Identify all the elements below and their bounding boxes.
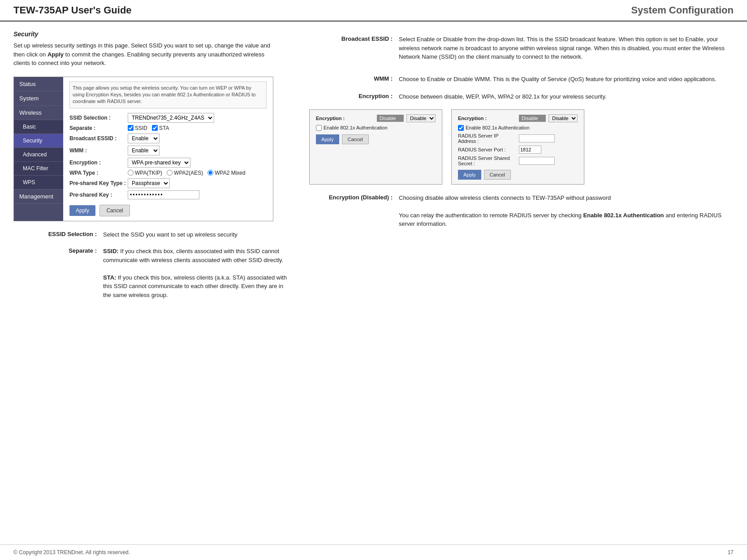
- wpa-tkip-item[interactable]: WPA(TKIP): [128, 170, 162, 176]
- separate-row: Separate : SSID STA: [69, 125, 267, 131]
- radius-ip-input[interactable]: [519, 134, 555, 142]
- copyright-text: © Copyright 2013 TRENDnet. All rights re…: [13, 549, 130, 556]
- separate-desc: Separate : SSID: If you check this box, …: [18, 247, 291, 299]
- separate-sta-label: STA: [159, 125, 169, 131]
- enc-left-btn-row: Apply Cancel: [316, 134, 436, 144]
- enc-disabled-text: Choosing disable allow wireless clients …: [399, 194, 734, 228]
- preshared-key-control[interactable]: [128, 190, 267, 199]
- enc-left-row: Encryption : Disable Disable WEP WPA WPA…: [316, 114, 436, 122]
- separate-control: SSID STA: [128, 125, 267, 131]
- ssid-selection-label: SSID Selection :: [69, 115, 128, 121]
- separate-sta-checkbox[interactable]: [152, 125, 158, 131]
- wpa-aes-radio[interactable]: [167, 170, 173, 176]
- form-cancel-button[interactable]: Cancel: [99, 205, 130, 216]
- wmm-label: WMM :: [69, 147, 128, 154]
- enc-right-auth-checkbox[interactable]: [458, 125, 464, 131]
- essid-selection-desc-label: ESSID Selection :: [18, 230, 103, 237]
- panel-description: This page allows you setup the wireless …: [69, 82, 267, 108]
- preshared-key-type-dropdown[interactable]: Passphrase Hex: [128, 178, 170, 188]
- wmm-dropdown[interactable]: Enable Disable: [128, 146, 160, 155]
- enc-disabled-desc: Encryption (Disabled) : Choosing disable…: [309, 194, 734, 228]
- broadcast-essid-label: Broadcast ESSID :: [69, 135, 128, 142]
- ssid-desc-section: ESSID Selection : Select the SSID you wa…: [13, 230, 291, 300]
- encryption-dropdown[interactable]: WPA pre-shared key Disable WEP WPA2: [128, 158, 190, 168]
- ssid-selection-dropdown[interactable]: TRENDnet735_2.4GHz_Z4AS: [128, 113, 214, 123]
- right-column: Broadcast ESSID : Select Enable or Disab…: [300, 30, 734, 307]
- separate-label: Separate :: [69, 125, 128, 131]
- enc-left-auth-label: Enable 802.1x Authentication: [324, 125, 388, 130]
- separate-ssid-item[interactable]: SSID: [128, 125, 147, 131]
- separate-ssid-checkbox[interactable]: [128, 125, 134, 131]
- radius-port-input[interactable]: [519, 146, 541, 154]
- enc-disabled-text2-before: You can relay the authentication to remo…: [399, 212, 583, 219]
- enc-right-dropdown[interactable]: Disable WEP WPA: [548, 114, 578, 122]
- wmm-desc-text: Choose to Enable or Disable WMM. This is…: [399, 75, 734, 84]
- preshared-key-input[interactable]: [128, 190, 199, 199]
- enc-left-apply-button[interactable]: Apply: [316, 134, 339, 144]
- sidebar-item-advanced[interactable]: Advanced: [14, 148, 63, 162]
- broadcast-essid-desc-label: Broadcast ESSID :: [309, 35, 399, 42]
- wmm-control[interactable]: Enable Disable: [128, 146, 267, 155]
- enc-box-left: Encryption : Disable Disable WEP WPA WPA…: [309, 109, 442, 185]
- enc-right-apply-button[interactable]: Apply: [458, 170, 481, 180]
- enc-box-right: Encryption : Disable Disable WEP WPA Ena…: [451, 109, 584, 185]
- ssid-selection-control[interactable]: TRENDnet735_2.4GHz_Z4AS: [128, 113, 267, 123]
- encryption-desc-label: Encryption :: [309, 92, 399, 99]
- wmm-desc: WMM : Choose to Enable or Disable WMM. T…: [309, 75, 734, 84]
- encryption-label: Encryption :: [69, 159, 128, 166]
- preshared-key-row: Pre-shared Key :: [69, 190, 267, 199]
- intro-apply-bold: Apply: [47, 51, 64, 58]
- sidebar-item-status[interactable]: Status: [14, 77, 63, 91]
- sidebar-item-basic[interactable]: Basic: [14, 120, 63, 134]
- enc-left-cancel-button[interactable]: Cancel: [342, 134, 369, 144]
- wpa-type-control: WPA(TKIP) WPA2(AES) WPA2 Mixed: [128, 170, 267, 176]
- broadcast-essid-dropdown[interactable]: Enable Disable: [128, 134, 160, 143]
- form-button-row: Apply Cancel: [69, 205, 267, 216]
- wpa-type-row: WPA Type : WPA(TKIP) WPA2(AES): [69, 170, 267, 176]
- main-content: Security Set up wireless security settin…: [0, 22, 747, 316]
- sidebar-item-security[interactable]: Security: [14, 134, 63, 148]
- enc-right-cancel-button[interactable]: Cancel: [484, 170, 511, 180]
- essid-selection-desc-text: Select the SSID you want to set up wirel…: [103, 230, 291, 239]
- enc-left-label: Encryption :: [316, 116, 374, 121]
- sidebar-item-management[interactable]: Management: [14, 190, 63, 204]
- radius-secret-label: RADIUS Server Shared Secret :: [458, 155, 516, 166]
- intro-paragraph: Set up wireless security settings in thi…: [13, 41, 273, 68]
- enc-left-dropdown[interactable]: Disable WEP WPA WPA2: [406, 114, 436, 122]
- enc-right-value: Disable: [519, 115, 546, 122]
- wpa-mixed-radio[interactable]: [207, 170, 213, 176]
- enc-disabled-text1: Choosing disable allow wireless clients …: [399, 194, 611, 201]
- page-number: 17: [728, 549, 734, 556]
- router-ui-mockup: Status System Wireless Basic Security Ad…: [13, 77, 273, 221]
- broadcast-essid-control[interactable]: Enable Disable: [128, 134, 267, 143]
- separate-sta-item[interactable]: STA: [152, 125, 169, 131]
- radius-secret-row: RADIUS Server Shared Secret :: [458, 155, 578, 166]
- separate-desc-text: SSID: If you check this box, clients ass…: [103, 247, 291, 299]
- encryption-control[interactable]: WPA pre-shared key Disable WEP WPA2: [128, 158, 267, 168]
- section-heading: Security: [13, 30, 291, 38]
- broadcast-essid-row: Broadcast ESSID : Enable Disable: [69, 134, 267, 143]
- broadcast-essid-desc-text: Select Enable or Disable from the drop-d…: [399, 35, 734, 61]
- radius-secret-input[interactable]: [519, 157, 555, 165]
- preshared-key-type-label: Pre-shared Key Type :: [69, 180, 128, 186]
- enc-right-auth-label: Enable 802.1x Authentication: [466, 125, 530, 130]
- sidebar-item-system[interactable]: System: [14, 91, 63, 106]
- page-footer: © Copyright 2013 TRENDnet. All rights re…: [0, 544, 747, 560]
- enc-left-value: Disable: [377, 115, 404, 122]
- preshared-key-type-control[interactable]: Passphrase Hex: [128, 178, 267, 188]
- wpa-tkip-radio[interactable]: [128, 170, 134, 176]
- broadcast-essid-desc: Broadcast ESSID : Select Enable or Disab…: [309, 35, 734, 61]
- wpa-mixed-item[interactable]: WPA2 Mixed: [207, 170, 245, 176]
- sidebar-item-wps[interactable]: WPS: [14, 176, 63, 190]
- essid-selection-desc: ESSID Selection : Select the SSID you wa…: [18, 230, 291, 239]
- sidebar-item-wireless[interactable]: Wireless: [14, 106, 63, 120]
- encryption-boxes: Encryption : Disable Disable WEP WPA WPA…: [309, 109, 734, 185]
- enc-left-auth-checkbox[interactable]: [316, 125, 322, 131]
- wpa-aes-item[interactable]: WPA2(AES): [167, 170, 203, 176]
- radius-port-row: RADIUS Server Port :: [458, 146, 578, 154]
- left-column: Security Set up wireless security settin…: [13, 30, 291, 307]
- sidebar-item-mac-filter[interactable]: MAC Filter: [14, 162, 63, 176]
- ssid-selection-row: SSID Selection : TRENDnet735_2.4GHz_Z4AS: [69, 113, 267, 123]
- form-apply-button[interactable]: Apply: [69, 205, 95, 216]
- enc-right-label: Encryption :: [458, 116, 516, 121]
